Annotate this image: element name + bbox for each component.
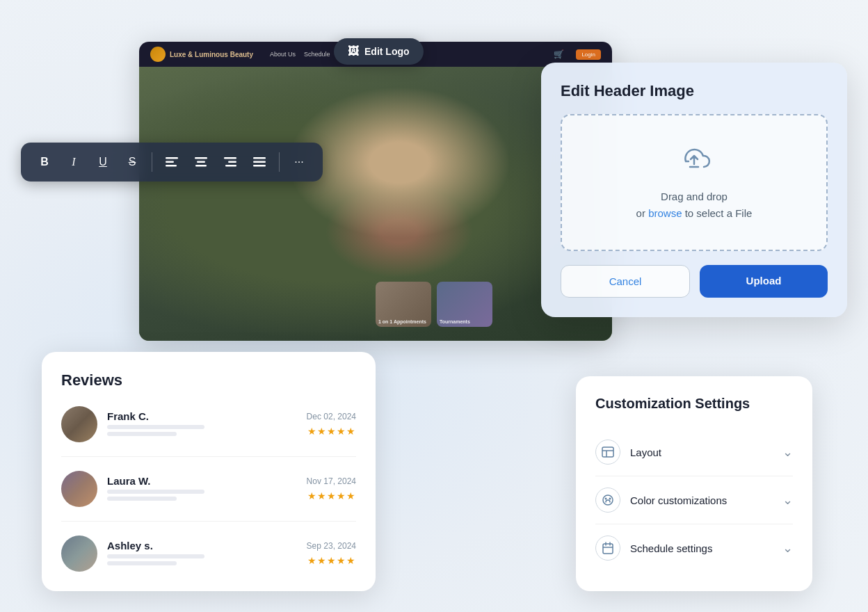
hero-thumb-1: 1 on 1 Appointments (376, 282, 431, 327)
bold-button[interactable]: B (32, 150, 57, 175)
upload-drop-area[interactable]: Drag and drop or browse to select a File (561, 114, 828, 251)
review-stars: ★★★★★ (307, 490, 356, 501)
avatar (61, 471, 97, 507)
review-item: Frank C. Dec 02, 2024 ★★★★★ (61, 406, 356, 457)
schedule-label: Schedule settings (630, 542, 773, 554)
nav-link-schedule: Schedule (304, 51, 330, 58)
review-stars: ★★★★★ (307, 426, 356, 437)
hero-thumbs: 1 on 1 Appointments Tournaments (376, 282, 492, 327)
hero-thumb-2: Tournaments (437, 282, 492, 327)
svg-rect-8 (225, 165, 236, 167)
svg-rect-1 (166, 161, 174, 163)
image-icon: 🖼 (348, 45, 359, 58)
svg-point-16 (605, 498, 607, 500)
schedule-chevron-icon: ⌄ (782, 540, 793, 556)
reviewer-bar (107, 425, 204, 429)
review-meta: Sep 23, 2024 ★★★★★ (307, 541, 356, 566)
nav-login-button[interactable]: Login (576, 49, 601, 60)
cancel-button[interactable]: Cancel (561, 265, 690, 298)
reviewer-name: Laura W. (107, 475, 297, 487)
reviewer-name: Ashley s. (107, 540, 297, 551)
align-center-button[interactable] (188, 150, 214, 175)
reviewer-bar-short (107, 561, 177, 565)
cloud-upload-icon (579, 143, 810, 180)
nav-logo: Luxe & Luminous Beauty (150, 47, 253, 62)
review-item: Ashley s. Sep 23, 2024 ★★★★★ (61, 536, 356, 572)
svg-rect-7 (228, 161, 236, 163)
layout-setting-item[interactable]: Layout ⌄ (595, 428, 793, 476)
svg-point-17 (609, 498, 611, 500)
customization-settings-card: Customization Settings Layout ⌄ Color cu… (576, 376, 812, 591)
review-date: Nov 17, 2024 (307, 476, 356, 486)
color-chevron-icon: ⌄ (782, 492, 793, 508)
review-meta: Nov 17, 2024 ★★★★★ (307, 476, 356, 501)
reviewer-bar-short (107, 497, 177, 501)
text-format-toolbar: B I U S ··· (21, 143, 323, 182)
schedule-icon (595, 536, 620, 561)
avatar (61, 406, 97, 442)
review-item: Laura W. Nov 17, 2024 ★★★★★ (61, 471, 356, 522)
edit-logo-tooltip[interactable]: 🖼 Edit Logo (334, 38, 424, 65)
svg-rect-18 (603, 544, 613, 554)
review-stars: ★★★★★ (307, 555, 356, 566)
svg-rect-5 (195, 165, 207, 167)
reviews-card: Reviews Frank C. Dec 02, 2024 ★★★★★ Laur… (42, 352, 376, 591)
nav-link-about: About Us (270, 51, 296, 58)
italic-button[interactable]: I (61, 150, 86, 175)
reviewer-bar (107, 490, 204, 494)
color-customization-item[interactable]: Color customizations ⌄ (595, 476, 793, 524)
browse-link[interactable]: browse (648, 207, 682, 219)
strikethrough-button[interactable]: S (120, 150, 145, 175)
modal-action-buttons: Cancel Upload (561, 265, 828, 298)
layout-label: Layout (630, 446, 773, 458)
reviewer-bar (107, 554, 204, 558)
svg-rect-10 (253, 161, 266, 163)
reviewer-info: Frank C. (107, 410, 297, 439)
more-options-button[interactable]: ··· (287, 150, 312, 175)
avatar (61, 536, 97, 572)
nav-cart-icon: 🛒 (552, 48, 565, 61)
toolbar-divider-1 (152, 152, 152, 172)
reviewer-name: Frank C. (107, 410, 297, 422)
review-date: Sep 23, 2024 (307, 541, 356, 551)
svg-rect-11 (253, 165, 266, 167)
color-icon (595, 488, 620, 513)
align-justify-button[interactable] (247, 150, 272, 175)
svg-rect-3 (195, 157, 207, 159)
color-label: Color customizations (630, 494, 773, 506)
reviewer-info: Ashley s. (107, 540, 297, 568)
edit-header-image-modal: Edit Header Image Drag and drop or brows… (541, 63, 847, 317)
edit-logo-label: Edit Logo (364, 46, 410, 57)
review-date: Dec 02, 2024 (307, 412, 356, 421)
layout-chevron-icon: ⌄ (782, 444, 793, 460)
customization-title: Customization Settings (595, 396, 793, 412)
upload-button[interactable]: Upload (700, 265, 828, 298)
nav-logo-circle (150, 47, 166, 62)
layout-icon (595, 440, 620, 465)
modal-title: Edit Header Image (561, 82, 828, 100)
align-left-button[interactable] (159, 150, 184, 175)
toolbar-divider-2 (279, 152, 280, 172)
svg-rect-4 (197, 161, 205, 163)
upload-instructions: Drag and drop or browse to select a File (579, 188, 810, 222)
svg-rect-0 (166, 157, 178, 159)
reviewer-info: Laura W. (107, 475, 297, 504)
svg-rect-9 (253, 157, 266, 159)
review-meta: Dec 02, 2024 ★★★★★ (307, 412, 356, 437)
underline-button[interactable]: U (90, 150, 115, 175)
align-right-button[interactable] (218, 150, 243, 175)
svg-rect-12 (602, 447, 613, 457)
reviews-title: Reviews (61, 371, 356, 389)
svg-rect-2 (166, 165, 177, 167)
reviewer-bar-short (107, 432, 177, 436)
schedule-setting-item[interactable]: Schedule settings ⌄ (595, 524, 793, 572)
svg-rect-6 (224, 157, 236, 159)
nav-logo-text: Luxe & Luminous Beauty (170, 51, 253, 58)
